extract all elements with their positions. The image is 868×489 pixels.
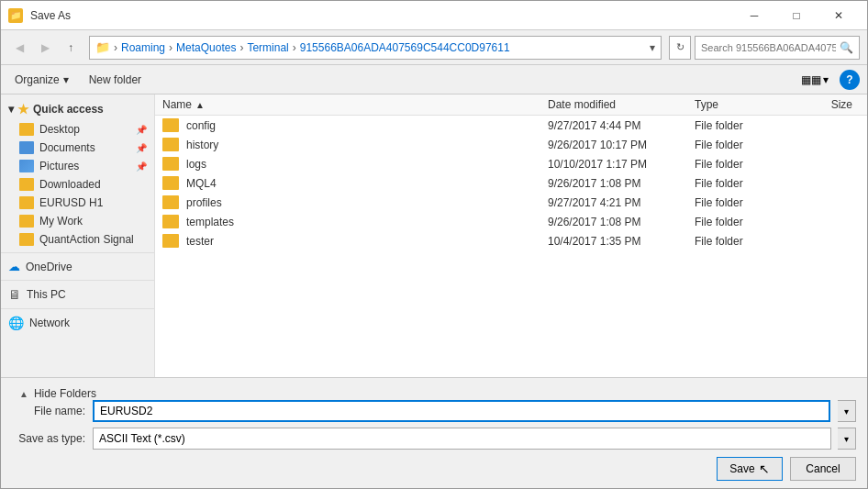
thispc-label: This PC <box>27 288 66 301</box>
hide-folders-button[interactable]: ▲ Hide Folders <box>12 385 856 400</box>
sidebar-item-mywork[interactable]: My Work <box>1 212 154 230</box>
file-name-dropdown-button[interactable]: ▾ <box>838 400 856 422</box>
sidebar-item-pictures[interactable]: Pictures 📌 <box>1 157 154 175</box>
folder-icon <box>162 195 179 209</box>
minimize-button[interactable]: ─ <box>733 1 775 30</box>
col-date-header[interactable]: Date modified <box>548 98 695 111</box>
quantaction-label: QuantAction Signal <box>39 233 134 246</box>
col-size-header[interactable]: Size <box>786 98 860 111</box>
folder-icon <box>162 234 179 248</box>
table-row[interactable]: templates 9/26/2017 1:08 PM File folder <box>155 212 867 231</box>
forward-button[interactable]: ▶ <box>34 37 56 59</box>
network-icon: 🌐 <box>8 316 24 330</box>
sidebar-item-network[interactable]: 🌐 Network <box>1 313 154 333</box>
bottom-bar: ▲ Hide Folders File name: ▾ Save as type… <box>1 377 867 488</box>
main-content: ▾ ★ Quick access Desktop 📌 Documents 📌 P… <box>1 94 867 377</box>
sidebar-divider-2 <box>1 280 154 281</box>
save-button[interactable]: Save ↖ <box>717 457 783 481</box>
pictures-label: Pictures <box>39 160 79 172</box>
cancel-button[interactable]: Cancel <box>790 457 856 481</box>
documents-folder-icon <box>19 141 34 154</box>
buttons-row: Save ↖ Cancel <box>12 457 856 481</box>
sidebar-item-desktop[interactable]: Desktop 📌 <box>1 120 154 139</box>
table-row[interactable]: tester 10/4/2017 1:35 PM File folder <box>155 231 867 250</box>
sidebar-quick-access-header[interactable]: ▾ ★ Quick access <box>1 98 154 120</box>
downloaded-folder-icon <box>19 178 34 191</box>
folder-icon <box>162 215 179 228</box>
breadcrumb-id[interactable]: 915566BA06ADA407569C544CC0D97611 <box>300 41 510 54</box>
organize-button[interactable]: Organize ▾ <box>8 71 75 89</box>
file-date: 9/27/2017 4:21 PM <box>548 196 695 209</box>
file-type: File folder <box>695 196 786 209</box>
breadcrumb-roaming[interactable]: Roaming <box>121 41 165 54</box>
file-type: File folder <box>695 216 786 228</box>
file-name-input[interactable] <box>93 400 830 422</box>
breadcrumb-metaquotes[interactable]: MetaQuotes <box>176 41 236 54</box>
col-name-label: Name <box>162 98 192 111</box>
close-button[interactable]: ✕ <box>818 1 860 30</box>
save-as-dialog: 📁 Save As ─ □ ✕ ◀ ▶ ↑ 📁 › Roaming › Meta… <box>0 0 868 489</box>
save-type-select[interactable]: ASCII Text (*.csv) <box>93 428 831 450</box>
hide-folders-chevron-icon: ▲ <box>19 389 28 399</box>
back-button[interactable]: ◀ <box>8 37 30 59</box>
pin-icon-docs: 📌 <box>136 143 147 153</box>
file-date: 9/26/2017 10:17 PM <box>548 139 695 151</box>
table-row[interactable]: logs 10/10/2017 1:17 PM File folder <box>155 154 867 173</box>
quantaction-folder-icon <box>19 233 34 246</box>
breadcrumb-sep4: › <box>293 41 296 54</box>
breadcrumb-dropdown-icon[interactable]: ▾ <box>650 41 655 54</box>
quick-access-chevron-icon: ▾ <box>8 103 14 116</box>
maximize-button[interactable]: □ <box>775 1 818 30</box>
table-row[interactable]: MQL4 9/26/2017 1:08 PM File folder <box>155 173 867 193</box>
search-input[interactable] <box>701 42 836 53</box>
mywork-folder-icon <box>19 215 34 228</box>
cursor-icon: ↖ <box>759 461 770 476</box>
sidebar-item-thispc[interactable]: 🖥 This PC <box>1 284 154 305</box>
breadcrumb-folder-icon: 📁 <box>95 40 110 54</box>
sidebar-item-eurusd[interactable]: EURUSD H1 <box>1 194 154 212</box>
title-bar: 📁 Save As ─ □ ✕ <box>1 1 867 30</box>
sidebar: ▾ ★ Quick access Desktop 📌 Documents 📌 P… <box>1 94 155 377</box>
view-button[interactable]: ▦▦ ▾ <box>797 72 832 88</box>
sidebar-item-downloaded[interactable]: Downloaded <box>1 175 154 194</box>
window-title: Save As <box>30 9 71 22</box>
onedrive-icon: ☁ <box>8 260 20 273</box>
table-row[interactable]: profiles 9/27/2017 4:21 PM File folder <box>155 193 867 212</box>
breadcrumb-sep3: › <box>239 41 243 54</box>
sidebar-item-documents[interactable]: Documents 📌 <box>1 139 154 157</box>
file-type: File folder <box>695 158 786 171</box>
star-icon: ★ <box>17 102 29 117</box>
sidebar-item-quantaction[interactable]: QuantAction Signal <box>1 230 154 249</box>
up-button[interactable]: ↑ <box>60 37 82 59</box>
search-icon: 🔍 <box>840 41 853 54</box>
save-type-row: Save as type: ASCII Text (*.csv) ▾ <box>12 428 856 450</box>
col-type-header[interactable]: Type <box>695 98 786 111</box>
file-date: 9/26/2017 1:08 PM <box>548 216 695 228</box>
breadcrumb-bar: 📁 › Roaming › MetaQuotes › Terminal › 91… <box>89 36 662 60</box>
sort-arrow: ▲ <box>195 100 205 110</box>
title-bar-left: 📁 Save As <box>8 8 71 23</box>
file-name-text: MQL4 <box>186 177 217 190</box>
file-type: File folder <box>695 235 786 248</box>
folder-icon <box>162 176 179 190</box>
breadcrumb-sep1: › <box>114 41 117 54</box>
file-name-text: tester <box>186 235 214 248</box>
help-button[interactable]: ? <box>840 70 860 90</box>
refresh-button[interactable]: ↻ <box>669 36 691 60</box>
file-name-text: logs <box>186 158 206 171</box>
col-name-header[interactable]: Name ▲ <box>162 98 548 111</box>
pin-icon-pics: 📌 <box>136 161 147 172</box>
table-row[interactable]: history 9/26/2017 10:17 PM File folder <box>155 135 867 154</box>
file-name-text: templates <box>186 216 234 228</box>
file-name-text: config <box>186 119 216 132</box>
sidebar-item-onedrive[interactable]: ☁ OneDrive <box>1 257 154 276</box>
new-folder-button[interactable]: New folder <box>83 71 148 89</box>
save-type-dropdown-button[interactable]: ▾ <box>838 428 856 450</box>
pictures-folder-icon <box>19 160 34 172</box>
file-type: File folder <box>695 119 786 132</box>
table-row[interactable]: config 9/27/2017 4:44 PM File folder <box>155 116 867 135</box>
folder-icon <box>162 157 179 171</box>
breadcrumb-terminal[interactable]: Terminal <box>247 41 288 54</box>
folder-icon <box>162 138 179 151</box>
view-icon: ▦▦ <box>801 73 821 86</box>
